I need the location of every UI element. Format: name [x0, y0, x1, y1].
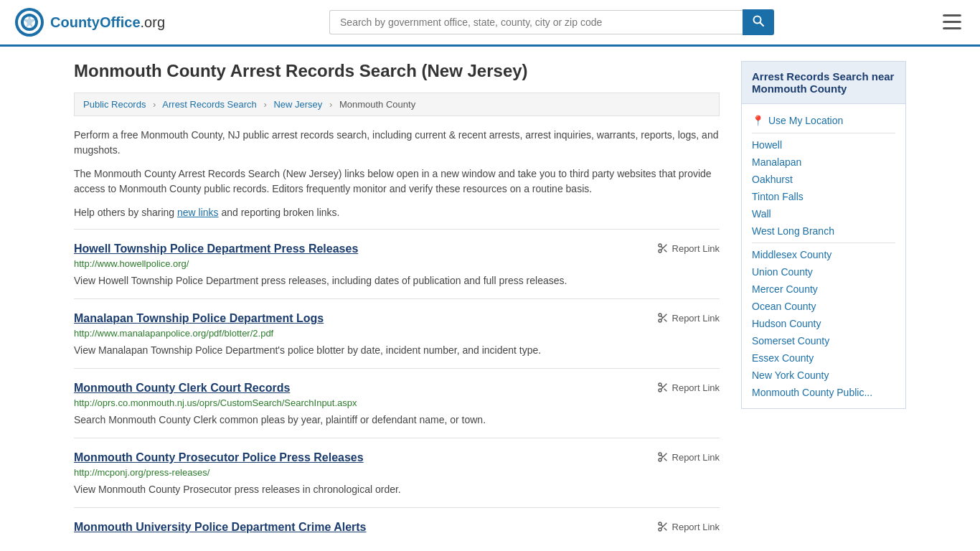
- breadcrumb-sep-2: ›: [263, 99, 266, 110]
- result-header: Monmouth County Prosecutor Police Press …: [74, 451, 720, 464]
- svg-line-24: [661, 385, 663, 387]
- result-link[interactable]: Howell Township Police Department Press …: [74, 242, 358, 255]
- sidebar-link[interactable]: Union County: [752, 266, 813, 278]
- scissors-icon: [657, 312, 669, 324]
- sidebar-link[interactable]: Hudson County: [752, 318, 821, 329]
- result-item: Monmouth County Prosecutor Police Press …: [74, 438, 720, 507]
- sidebar-link[interactable]: Manalapan: [752, 156, 801, 168]
- sidebar-link-oakhurst: Oakhurst: [752, 171, 895, 188]
- sidebar-link[interactable]: Wall: [752, 208, 771, 220]
- sidebar-link[interactable]: West Long Branch: [752, 225, 834, 237]
- new-links-link[interactable]: new links: [177, 207, 219, 218]
- sidebar-link[interactable]: Somerset County: [752, 335, 829, 347]
- use-my-location: 📍 Use My Location: [752, 111, 895, 130]
- sidebar-link-middlesex: Middlesex County: [752, 246, 895, 263]
- svg-line-6: [760, 23, 764, 27]
- svg-point-20: [659, 383, 661, 386]
- use-my-location-link[interactable]: Use My Location: [768, 115, 843, 126]
- scissors-icon: [657, 242, 669, 254]
- menu-button[interactable]: [938, 10, 966, 34]
- report-link-1[interactable]: Report Link: [657, 242, 720, 254]
- report-link-2[interactable]: Report Link: [657, 312, 720, 324]
- result-link[interactable]: Manalapan Township Police Department Log…: [74, 312, 324, 324]
- result-desc: View Howell Township Police Department p…: [74, 273, 720, 288]
- sidebar-link[interactable]: Essex County: [752, 352, 814, 364]
- sidebar-content: 📍 Use My Location Howell Manalapan Oakhu…: [741, 103, 906, 409]
- result-item: Monmouth County Clerk Court Records Repo…: [74, 368, 720, 438]
- sidebar-link[interactable]: Middlesex County: [752, 249, 831, 260]
- sidebar-link-wall: Wall: [752, 205, 895, 222]
- svg-point-10: [659, 244, 661, 247]
- breadcrumb: Public Records › Arrest Records Search ›…: [74, 93, 720, 116]
- svg-line-23: [664, 389, 666, 392]
- search-button[interactable]: [743, 9, 774, 35]
- content: Monmouth County Arrest Records Search (N…: [74, 61, 741, 547]
- result-title: Monmouth County Prosecutor Police Press …: [74, 451, 364, 464]
- report-link-3[interactable]: Report Link: [657, 382, 720, 393]
- breadcrumb-new-jersey[interactable]: New Jersey: [273, 99, 322, 110]
- sidebar-link[interactable]: Tinton Falls: [752, 191, 804, 202]
- result-link[interactable]: Monmouth University Police Department Cr…: [74, 521, 367, 533]
- sidebar-link-manalapan: Manalapan: [752, 154, 895, 171]
- result-desc: Search Monmouth County Clerk common plea…: [74, 413, 720, 428]
- sidebar-link[interactable]: New York County: [752, 369, 829, 381]
- breadcrumb-public-records[interactable]: Public Records: [83, 99, 146, 110]
- logo-icon: [14, 7, 44, 37]
- description-3: Help others by sharing new links and rep…: [74, 205, 720, 220]
- result-title: Monmouth University Police Department Cr…: [74, 521, 367, 534]
- sidebar-link-tinton-falls: Tinton Falls: [752, 188, 895, 205]
- svg-point-16: [659, 319, 661, 322]
- breadcrumb-monmouth: Monmouth County: [339, 99, 415, 110]
- page-title: Monmouth County Arrest Records Search (N…: [74, 61, 720, 81]
- description-2: The Monmouth County Arrest Records Searc…: [74, 166, 720, 197]
- sidebar-link-somerset: Somerset County: [752, 332, 895, 349]
- result-item: Manalapan Township Police Department Log…: [74, 298, 720, 368]
- sidebar-link[interactable]: Oakhurst: [752, 174, 793, 185]
- svg-line-33: [664, 528, 666, 531]
- result-item: Monmouth University Police Department Cr…: [74, 507, 720, 547]
- svg-point-21: [659, 389, 661, 392]
- main-container: Monmouth County Arrest Records Search (N…: [60, 47, 920, 547]
- results-list: Howell Township Police Department Press …: [74, 229, 720, 547]
- svg-point-15: [659, 314, 661, 316]
- sidebar-link[interactable]: Mercer County: [752, 283, 818, 295]
- result-url: http://www.manalapanpolice.org/pdf/blott…: [74, 328, 720, 339]
- result-desc: View Manalapan Township Police Departmen…: [74, 343, 720, 358]
- report-link-4[interactable]: Report Link: [657, 451, 720, 463]
- result-header: Monmouth University Police Department Cr…: [74, 521, 720, 534]
- sidebar-link-mercer: Mercer County: [752, 281, 895, 298]
- sidebar-link-hudson: Hudson County: [752, 315, 895, 332]
- sidebar-header: Arrest Records Search near Monmouth Coun…: [741, 61, 906, 103]
- svg-point-11: [659, 250, 661, 253]
- result-url: http://www.howellpolice.org/: [74, 258, 720, 269]
- sidebar-link-essex: Essex County: [752, 349, 895, 367]
- svg-point-25: [659, 453, 661, 456]
- result-link[interactable]: Monmouth County Clerk Court Records: [74, 382, 290, 394]
- report-link-5[interactable]: Report Link: [657, 521, 720, 532]
- result-title: Monmouth County Clerk Court Records: [74, 382, 290, 395]
- logo-area: CountyOffice.org: [14, 7, 165, 37]
- sidebar-link[interactable]: Howell: [752, 139, 782, 151]
- description-1: Perform a free Monmouth County, NJ publi…: [74, 128, 720, 158]
- svg-rect-9: [943, 27, 961, 29]
- svg-point-30: [659, 522, 661, 525]
- svg-line-13: [664, 250, 666, 253]
- result-url: http://oprs.co.monmouth.nj.us/oprs/Custo…: [74, 397, 720, 408]
- svg-rect-8: [943, 21, 961, 23]
- sidebar-link-monmouth-public: Monmouth County Public...: [752, 384, 895, 401]
- logo-text: CountyOffice.org: [50, 14, 165, 31]
- sidebar-link[interactable]: Monmouth County Public...: [752, 387, 872, 398]
- result-desc: View Monmouth County Prosecutor press re…: [74, 482, 720, 497]
- search-input[interactable]: [329, 10, 743, 34]
- hamburger-icon: [943, 14, 961, 30]
- svg-line-28: [664, 458, 666, 461]
- scissors-icon: [657, 521, 669, 532]
- breadcrumb-sep-1: ›: [153, 99, 156, 110]
- sidebar-link[interactable]: Ocean County: [752, 301, 816, 312]
- location-pin-icon: 📍: [752, 115, 764, 126]
- result-link[interactable]: Monmouth County Prosecutor Police Press …: [74, 451, 364, 463]
- breadcrumb-arrest-records[interactable]: Arrest Records Search: [162, 99, 257, 110]
- result-item: Howell Township Police Department Press …: [74, 229, 720, 298]
- svg-line-29: [661, 455, 663, 457]
- svg-line-34: [661, 524, 663, 527]
